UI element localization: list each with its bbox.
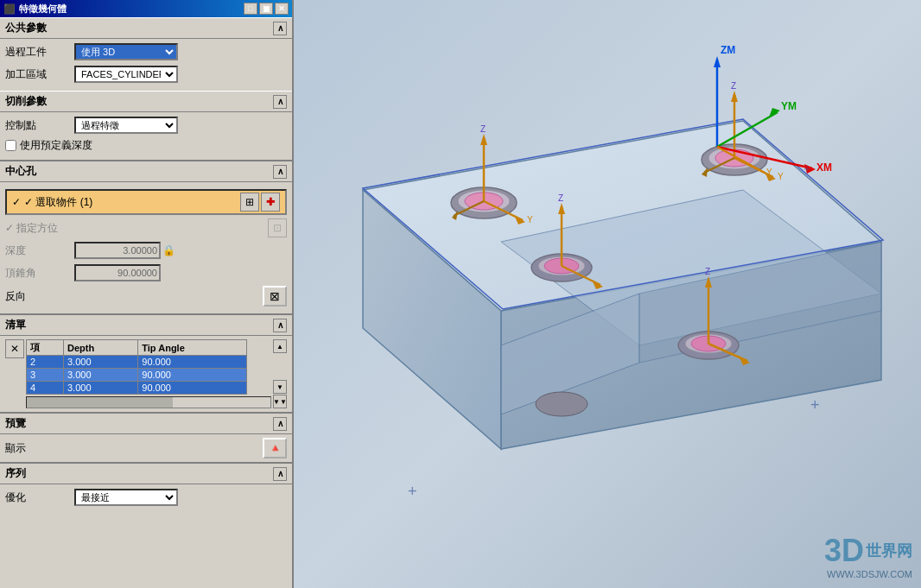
minimize-button[interactable]: □ bbox=[244, 3, 257, 15]
horizontal-scrollbar[interactable] bbox=[26, 396, 271, 408]
title-bar-buttons: □ ▣ ✕ bbox=[244, 3, 289, 15]
svg-text:Z: Z bbox=[731, 81, 736, 91]
col-tipangle-header: Tip Angle bbox=[138, 340, 247, 356]
check-icon: ✓ bbox=[12, 196, 21, 208]
close-button[interactable]: ✕ bbox=[275, 3, 289, 15]
preview-collapse[interactable]: ∧ bbox=[273, 417, 287, 431]
sequence-header: 序列 ∧ bbox=[0, 462, 292, 484]
depth-row: 深度 🔒 bbox=[5, 241, 287, 260]
watermark: 3D 世界网 WWW.3DSJW.COM bbox=[824, 533, 912, 579]
common-params-content: 過程工件 使用 3D 加工區域 FACES_CYLINDER_ bbox=[0, 39, 292, 91]
preview-header: 預覽 ∧ bbox=[0, 412, 292, 434]
reverse-row: 反向 ⊠ bbox=[5, 286, 287, 307]
row2-item: 3 bbox=[27, 369, 64, 382]
scroll-pagedown-button[interactable]: ▼▼ bbox=[273, 395, 287, 408]
process-part-select[interactable]: 使用 3D bbox=[74, 43, 178, 60]
table-row[interactable]: 4 3.000 90.000 bbox=[27, 382, 247, 395]
select-object-label: ✓ ✓ 選取物件 (1) bbox=[12, 195, 92, 210]
use-preset-depth-label: 使用預定義深度 bbox=[20, 138, 92, 153]
svg-text:ZM: ZM bbox=[721, 44, 735, 56]
center-hole-label: 中心孔 bbox=[5, 164, 36, 179]
table-row[interactable]: 2 3.000 90.000 bbox=[27, 356, 247, 369]
common-params-collapse[interactable]: ∧ bbox=[273, 22, 287, 35]
reverse-label: 反向 bbox=[5, 289, 74, 304]
row2-tipangle: 90.000 bbox=[138, 369, 247, 382]
display-button[interactable]: 🔺 bbox=[263, 438, 287, 458]
row1-tipangle: 90.000 bbox=[138, 356, 247, 369]
center-hole-content: ✓ ✓ 選取物件 (1) ⊞ ✚ ✓ 指定方位 ⊡ 深度 🔒 bbox=[0, 182, 292, 313]
preview-label: 預覽 bbox=[5, 416, 26, 431]
restore-button[interactable]: ▣ bbox=[259, 3, 273, 15]
process-part-row: 過程工件 使用 3D bbox=[5, 42, 287, 61]
use-preset-depth-checkbox[interactable] bbox=[5, 140, 16, 151]
sequence-label: 序列 bbox=[5, 466, 26, 481]
cut-params-label: 切削參數 bbox=[5, 94, 47, 109]
center-hole-header: 中心孔 ∧ bbox=[0, 160, 292, 182]
tip-angle-row: 頂錐角 bbox=[5, 263, 287, 282]
table-wrapper: 項 Depth Tip Angle 2 3.000 90.000 bbox=[26, 339, 271, 408]
cut-params-collapse[interactable]: ∧ bbox=[273, 95, 287, 109]
lock-icon: 🔒 bbox=[162, 244, 175, 256]
machining-area-label: 加工區域 bbox=[5, 67, 74, 82]
sequence-content: 優化 最接近 bbox=[0, 484, 292, 514]
specify-direction-row: ✓ 指定方位 ⊡ bbox=[5, 218, 287, 237]
specify-direction-btn[interactable]: ⊡ bbox=[268, 218, 287, 237]
center-hole-collapse[interactable]: ∧ bbox=[273, 165, 287, 179]
list-content: ✕ 項 Depth Tip Angle 2 bbox=[0, 336, 292, 412]
col-depth-header: Depth bbox=[63, 340, 137, 356]
select-object-row: ✓ ✓ 選取物件 (1) ⊞ ✚ bbox=[5, 189, 287, 215]
svg-text:Z: Z bbox=[480, 124, 486, 134]
panel-title: 特徵幾何體 bbox=[19, 3, 67, 16]
depth-input[interactable] bbox=[74, 242, 161, 259]
common-params-label: 公共參數 bbox=[5, 21, 47, 35]
tip-angle-input[interactable] bbox=[74, 264, 161, 281]
svg-text:+: + bbox=[810, 396, 820, 414]
cut-params-header: 切削參數 ∧ bbox=[0, 91, 292, 112]
right-viewport: Z Y Z Y Z Z ZM YM XM bbox=[294, 0, 921, 588]
svg-text:Z: Z bbox=[558, 193, 563, 203]
optimize-label: 優化 bbox=[5, 490, 74, 505]
machining-area-select[interactable]: FACES_CYLINDER_ bbox=[74, 66, 178, 83]
common-params-header: 公共參數 ∧ bbox=[0, 17, 292, 39]
list-label: 清單 bbox=[5, 318, 26, 332]
scroll-up-button[interactable]: ▲ bbox=[273, 339, 287, 353]
depth-label: 深度 bbox=[5, 243, 74, 258]
row2-depth: 3.000 bbox=[63, 369, 137, 382]
optimize-select[interactable]: 最接近 bbox=[74, 489, 178, 506]
select-add-button[interactable]: ⊞ bbox=[240, 193, 259, 212]
table-row[interactable]: 3 3.000 90.000 bbox=[27, 369, 247, 382]
control-point-select[interactable]: 過程特徵 bbox=[74, 117, 178, 134]
control-point-row: 控制點 過程特徵 bbox=[5, 116, 287, 135]
select-object-text: ✓ 選取物件 (1) bbox=[24, 195, 92, 210]
row3-item: 4 bbox=[27, 382, 64, 395]
reverse-button[interactable]: ⊠ bbox=[263, 286, 287, 307]
list-delete-button[interactable]: ✕ bbox=[5, 339, 24, 358]
tip-angle-label: 頂錐角 bbox=[5, 266, 74, 281]
svg-text:XM: XM bbox=[816, 161, 832, 174]
list-header: 清單 ∧ bbox=[0, 313, 292, 336]
scroll-down-button[interactable]: ▼ bbox=[273, 380, 287, 394]
select-add2-button[interactable]: ✚ bbox=[261, 193, 280, 212]
row3-tipangle: 90.000 bbox=[138, 382, 247, 395]
list-area: ✕ 項 Depth Tip Angle 2 bbox=[5, 339, 287, 408]
panel-scroll-area: 公共參數 ∧ 過程工件 使用 3D 加工區域 FACES_CYLINDER_ 切… bbox=[0, 17, 292, 588]
row1-item: 2 bbox=[27, 356, 64, 369]
sequence-collapse[interactable]: ∧ bbox=[273, 467, 287, 481]
3d-scene-svg: Z Y Z Y Z Z ZM YM XM bbox=[294, 0, 921, 588]
select-object-buttons: ⊞ ✚ bbox=[240, 193, 280, 212]
control-point-label: 控制點 bbox=[5, 118, 74, 133]
specify-direction-label: ✓ 指定方位 bbox=[5, 221, 58, 236]
svg-text:+: + bbox=[803, 161, 810, 175]
use-preset-depth-row: 使用預定義深度 bbox=[5, 138, 287, 153]
svg-text:Y: Y bbox=[766, 168, 772, 177]
table-scroll-area bbox=[26, 396, 271, 408]
list-collapse[interactable]: ∧ bbox=[273, 319, 287, 332]
left-panel: ⬛ 特徵幾何體 □ ▣ ✕ 公共參數 ∧ 過程工件 使用 3D 加工區域 bbox=[0, 0, 294, 588]
cut-params-content: 控制點 過程特徵 使用預定義深度 bbox=[0, 112, 292, 160]
svg-text:YM: YM bbox=[781, 100, 797, 112]
col-item-header: 項 bbox=[27, 340, 64, 356]
watermark-3d: 3D bbox=[824, 533, 864, 569]
preview-content: 顯示 🔺 bbox=[0, 434, 292, 462]
optimize-row: 優化 最接近 bbox=[5, 488, 287, 507]
table-scroll-buttons: ▲ ▼ ▼▼ bbox=[273, 339, 287, 408]
